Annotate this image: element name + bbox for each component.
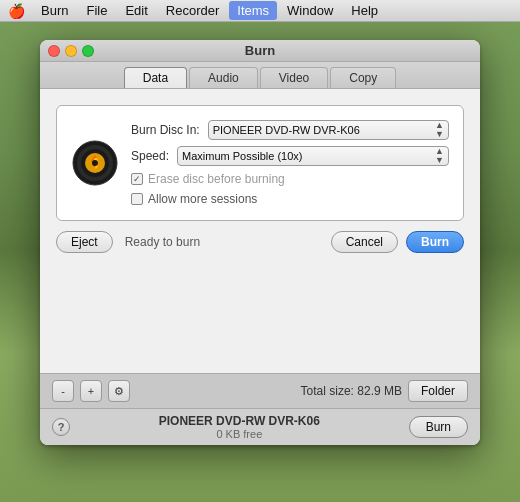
erase-label: Erase disc before burning <box>148 172 285 186</box>
svg-point-4 <box>92 160 98 166</box>
status-bar: ? PIONEER DVD-RW DVR-K06 0 KB free Burn <box>40 408 480 445</box>
erase-checkbox[interactable] <box>131 173 143 185</box>
burn-header: Burn Disc In: PIONEER DVD-RW DVR-K06 ▲ ▼… <box>71 120 449 206</box>
drive-select-value: PIONEER DVD-RW DVR-K06 <box>213 124 360 136</box>
menu-window[interactable]: Window <box>279 1 341 20</box>
status-burn-button[interactable]: Burn <box>409 416 468 438</box>
remove-button[interactable]: - <box>52 380 74 402</box>
status-drive-free: 0 KB free <box>80 428 399 440</box>
menu-burn[interactable]: Burn <box>33 1 76 20</box>
eject-button[interactable]: Eject <box>56 231 113 253</box>
help-button[interactable]: ? <box>52 418 70 436</box>
add-button[interactable]: + <box>80 380 102 402</box>
burn-panel: Burn Disc In: PIONEER DVD-RW DVR-K06 ▲ ▼… <box>56 105 464 221</box>
speed-select-value: Maximum Possible (10x) <box>182 150 302 162</box>
menu-edit[interactable]: Edit <box>117 1 155 20</box>
tab-copy[interactable]: Copy <box>330 67 396 88</box>
drive-select[interactable]: PIONEER DVD-RW DVR-K06 ▲ ▼ <box>208 120 449 140</box>
minimize-button[interactable] <box>65 45 77 57</box>
drive-field-row: Burn Disc In: PIONEER DVD-RW DVR-K06 ▲ ▼ <box>131 120 449 140</box>
dialog-content: Burn Disc In: PIONEER DVD-RW DVR-K06 ▲ ▼… <box>40 89 480 273</box>
drive-select-arrow: ▲ ▼ <box>435 121 444 139</box>
tab-audio[interactable]: Audio <box>189 67 258 88</box>
menu-items[interactable]: Items <box>229 1 277 20</box>
sessions-row: Allow more sessions <box>131 192 449 206</box>
speed-select[interactable]: Maximum Possible (10x) ▲ ▼ <box>177 146 449 166</box>
menubar: 🍎 Burn File Edit Recorder Items Window H… <box>0 0 520 22</box>
window-title: Burn <box>245 43 275 58</box>
total-size-label: Total size: 82.9 MB <box>301 384 402 398</box>
erase-row: Erase disc before burning <box>131 172 449 186</box>
status-drive-name: PIONEER DVD-RW DVR-K06 <box>80 414 399 428</box>
status-text: Ready to burn <box>121 235 323 249</box>
cancel-button[interactable]: Cancel <box>331 231 398 253</box>
tab-data[interactable]: Data <box>124 67 187 88</box>
settings-right: Burn Disc In: PIONEER DVD-RW DVR-K06 ▲ ▼… <box>131 120 449 206</box>
folder-button[interactable]: Folder <box>408 380 468 402</box>
menu-file[interactable]: File <box>78 1 115 20</box>
drive-info: PIONEER DVD-RW DVR-K06 0 KB free <box>80 414 399 440</box>
apple-menu[interactable]: 🍎 <box>8 3 25 19</box>
speed-label: Speed: <box>131 149 169 163</box>
titlebar: Burn <box>40 40 480 62</box>
content-area <box>40 273 480 373</box>
tab-bar: Data Audio Video Copy <box>40 62 480 89</box>
speed-field-row: Speed: Maximum Possible (10x) ▲ ▼ <box>131 146 449 166</box>
menu-help[interactable]: Help <box>343 1 386 20</box>
close-button[interactable] <box>48 45 60 57</box>
menu-recorder[interactable]: Recorder <box>158 1 227 20</box>
traffic-lights <box>48 45 94 57</box>
tab-video[interactable]: Video <box>260 67 328 88</box>
action-bar: Eject Ready to burn Cancel Burn <box>56 221 464 257</box>
speed-select-arrow: ▲ ▼ <box>435 147 444 165</box>
gear-button[interactable]: ⚙ <box>108 380 130 402</box>
burn-window: Burn Data Audio Video Copy <box>40 40 480 445</box>
toolbar: - + ⚙ Total size: 82.9 MB Folder <box>40 373 480 408</box>
sessions-checkbox[interactable] <box>131 193 143 205</box>
sessions-label: Allow more sessions <box>148 192 257 206</box>
maximize-button[interactable] <box>82 45 94 57</box>
disc-icon <box>71 139 119 187</box>
burn-button[interactable]: Burn <box>406 231 464 253</box>
burn-disc-label: Burn Disc In: <box>131 123 200 137</box>
